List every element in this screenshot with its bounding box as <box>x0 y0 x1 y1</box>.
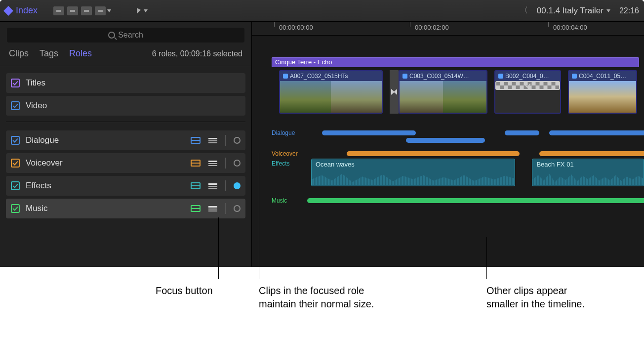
checkbox-icon[interactable] <box>11 204 20 213</box>
checkbox-icon[interactable] <box>11 101 20 110</box>
ruler-tick: 00:00:02:00 <box>415 24 449 31</box>
lanes-icon[interactable] <box>191 160 201 167</box>
focus-button[interactable] <box>234 137 241 144</box>
role-effects[interactable]: Effects <box>6 176 245 196</box>
clip-label: C004_C011_05… <box>579 73 626 80</box>
lanes-icon[interactable] <box>191 137 201 144</box>
leader-line <box>486 237 487 279</box>
video-clip[interactable]: C004_C011_05… <box>568 70 637 114</box>
time-ruler[interactable]: 00:00:00:00 00:00:02:00 00:00:04:00 <box>252 22 644 36</box>
search-icon <box>108 32 115 39</box>
callout-focus: Focus button <box>156 284 213 297</box>
focus-button[interactable] <box>234 205 241 212</box>
skim-icon[interactable] <box>81 6 92 15</box>
clip-label: A007_C032_0515HTs <box>290 73 348 80</box>
collapse-icon[interactable] <box>208 138 217 143</box>
prev-button[interactable]: 〈 <box>520 5 528 16</box>
clip-label: B002_C004_0… <box>505 73 549 80</box>
project-title[interactable]: 00.1.4 Italy Trailer <box>537 6 604 16</box>
role-label: Video <box>26 101 47 111</box>
checkbox-icon[interactable] <box>11 79 20 87</box>
transition-icon[interactable] <box>390 70 399 114</box>
lanes-icon[interactable] <box>191 205 201 212</box>
ruler-tick: 00:00:04:00 <box>553 24 587 31</box>
chevron-down-icon[interactable] <box>144 9 148 12</box>
effects-lane: Effects Ocean waves Beach FX 01 <box>272 160 644 168</box>
snap-icon[interactable] <box>67 6 78 15</box>
focus-button[interactable] <box>234 182 241 189</box>
clip-label: Ocean waves <box>316 161 355 168</box>
role-video[interactable]: Video <box>6 96 245 116</box>
checkbox-icon[interactable] <box>11 159 20 168</box>
search-input[interactable]: Search <box>7 28 244 42</box>
pointer-group <box>137 8 148 14</box>
audio-clip[interactable] <box>406 138 485 143</box>
audio-clip[interactable] <box>539 151 644 156</box>
video-clip[interactable]: A007_C032_0515HTs <box>279 70 383 114</box>
lane-label: Dialogue <box>272 129 307 136</box>
checkbox-icon[interactable] <box>11 136 20 145</box>
project-duration: 22:16 <box>619 6 639 15</box>
title-clip[interactable]: Cinque Terre - Echo <box>272 57 639 67</box>
zoom-icon[interactable] <box>95 6 106 15</box>
pointer-icon[interactable] <box>137 8 141 14</box>
roles-list: Titles Video Dialogue <box>0 66 251 225</box>
lane-label: Music <box>272 197 307 204</box>
audio-clip[interactable] <box>549 130 644 135</box>
appearance-icon[interactable] <box>53 6 64 15</box>
search-placeholder: Search <box>118 31 143 40</box>
tab-roles[interactable]: Roles <box>69 48 92 59</box>
video-clip[interactable]: B002_C004_0… <box>494 70 561 114</box>
lane-label: Voiceover <box>272 150 307 157</box>
voiceover-lane: Voiceover <box>272 150 644 157</box>
audio-clip[interactable] <box>322 130 416 135</box>
focus-button[interactable] <box>234 160 241 167</box>
clip-label: C003_C003_0514W… <box>409 73 469 80</box>
index-button[interactable]: Index <box>5 5 38 16</box>
tab-tags[interactable]: Tags <box>40 48 58 59</box>
chevron-down-icon[interactable] <box>107 9 111 12</box>
role-titles[interactable]: Titles <box>6 73 245 93</box>
role-music[interactable]: Music <box>6 199 245 218</box>
ruler-tick: 00:00:00:00 <box>279 24 313 31</box>
tab-clips[interactable]: Clips <box>9 48 29 59</box>
chevron-down-icon[interactable] <box>606 9 610 12</box>
waveform-icon <box>532 171 644 185</box>
clip-label: Beach FX 01 <box>536 161 573 168</box>
effects-clip[interactable]: Beach FX 01 <box>532 159 644 186</box>
video-clip[interactable]: C003_C003_0514W… <box>399 70 487 114</box>
tool-group <box>53 6 111 15</box>
callout-focused-role: Clips in the focused role maintain their… <box>259 284 377 311</box>
role-label: Voiceover <box>26 158 63 168</box>
leader-line <box>259 153 259 279</box>
callout-other-clips: Other clips appear smaller in the timeli… <box>486 284 595 311</box>
audio-clip[interactable] <box>505 130 539 135</box>
lanes-icon[interactable] <box>191 182 201 189</box>
top-toolbar: Index 〈 00.1.4 Italy Trailer 22:16 <box>0 0 644 22</box>
role-label: Dialogue <box>26 135 59 145</box>
dialogue-lane: Dialogue <box>272 129 644 136</box>
role-label: Music <box>26 204 47 213</box>
effects-clip[interactable]: Ocean waves <box>311 159 515 186</box>
leader-line <box>218 217 219 279</box>
role-label: Titles <box>26 78 45 88</box>
collapse-icon[interactable] <box>208 161 217 166</box>
music-lane: Music <box>272 197 644 204</box>
checkbox-icon[interactable] <box>11 181 20 190</box>
role-voiceover[interactable]: Voiceover <box>6 153 245 173</box>
audio-clip[interactable] <box>307 198 644 203</box>
index-label: Index <box>16 5 38 16</box>
timeline[interactable]: 00:00:00:00 00:00:02:00 00:00:04:00 Cinq… <box>252 22 644 267</box>
audio-clip[interactable] <box>347 151 520 156</box>
selection-info: 6 roles, 00:09:16 selected <box>152 49 242 58</box>
collapse-icon[interactable] <box>208 206 217 211</box>
index-panel: Search Clips Tags Roles 6 roles, 00:09:1… <box>0 22 252 267</box>
waveform-icon <box>312 171 515 185</box>
primary-storyline: A007_C032_0515HTs C003_C003_0514W… B002_… <box>279 70 644 114</box>
collapse-icon[interactable] <box>208 183 217 189</box>
role-label: Effects <box>26 181 51 191</box>
role-dialogue[interactable]: Dialogue <box>6 130 245 150</box>
diamond-icon <box>3 6 13 16</box>
